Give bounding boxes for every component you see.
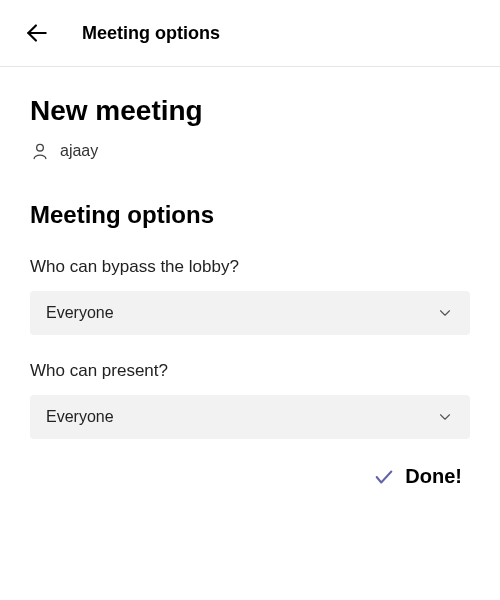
organizer-name: ajaay [60,142,98,160]
section-title: Meeting options [30,201,470,229]
bypass-lobby-label: Who can bypass the lobby? [30,257,470,277]
present-label: Who can present? [30,361,470,381]
topbar-title: Meeting options [82,23,220,44]
present-value: Everyone [46,408,114,426]
svg-point-1 [37,144,44,151]
person-icon [30,141,50,161]
done-label: Done! [405,465,462,488]
organizer-row: ajaay [30,141,470,161]
topbar: Meeting options [0,0,500,67]
arrow-left-icon [24,20,50,46]
checkmark-icon [373,466,395,488]
present-select[interactable]: Everyone [30,395,470,439]
bypass-lobby-value: Everyone [46,304,114,322]
page-title: New meeting [30,95,470,127]
back-button[interactable] [20,16,54,50]
chevron-down-icon [436,304,454,322]
content: New meeting ajaay Meeting options Who ca… [0,67,500,516]
bypass-lobby-select[interactable]: Everyone [30,291,470,335]
done-row[interactable]: Done! [30,465,470,488]
chevron-down-icon [436,408,454,426]
